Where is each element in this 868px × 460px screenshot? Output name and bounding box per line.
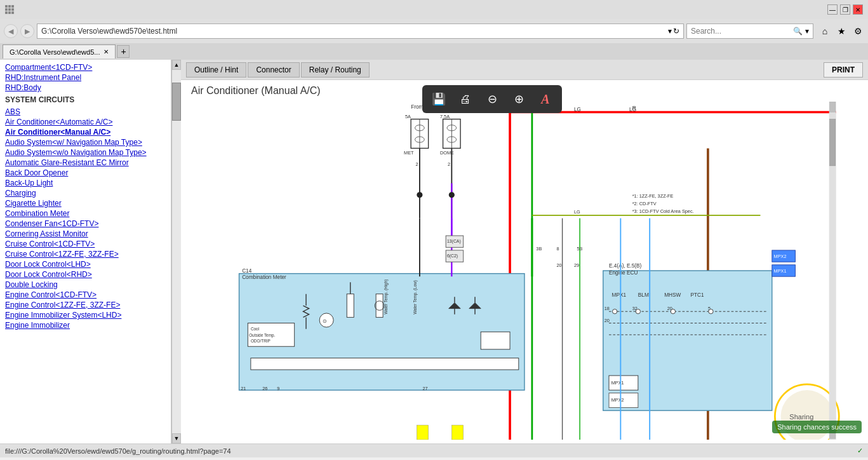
sidebar-link-immobilizer[interactable]: Engine Immobilizer [0,320,171,330]
sidebar-link-compartment[interactable]: Compartment<1CD-FTV> [0,62,171,72]
sidebar-link-combo-meter[interactable]: Combination Meter [0,208,171,219]
print-float-button[interactable]: 🖨 [455,89,476,109]
search-icon: 🔍 [793,27,803,36]
sidebar-link-charging[interactable]: Charging [0,188,171,198]
content-toolbar: Outline / Hint Connector Relay / Routing… [181,60,868,80]
svg-text:Water Temp. (High): Water Temp. (High) [384,280,389,315]
forward-button[interactable]: ▶ [20,24,34,38]
svg-point-73 [636,309,640,314]
connector-tab[interactable]: Connector [248,62,299,78]
sidebar-scrollbar[interactable]: ▲ ▼ [171,60,181,443]
scroll-down-arrow[interactable]: ▼ [172,433,181,443]
svg-text:Engine ECU: Engine ECU [609,270,638,276]
svg-text:*2: CD-FTV: *2: CD-FTV [632,201,657,206]
address-bar[interactable]: G:\Corolla Verso\ewd\ewd570e\test.html ▾… [37,24,684,39]
svg-text:5A: 5A [405,114,411,119]
svg-text:BLM: BLM [638,292,649,298]
svg-text:LG: LG [574,107,581,112]
settings-button[interactable]: ⚙ [851,25,864,37]
svg-text:20: 20 [604,318,610,323]
svg-text:29: 29 [574,262,579,268]
svg-rect-43 [481,332,510,349]
print-button[interactable]: PRINT [824,62,863,78]
svg-rect-33 [376,294,383,318]
sidebar-link-cruise-1cd[interactable]: Cruise Control<1CD-FTV> [0,239,171,249]
sidebar-link-immobilizer-lhd[interactable]: Engine Immobilizer System<LHD> [0,310,171,320]
restore-button[interactable]: ❐ [840,4,850,15]
pdf-float-button[interactable]: A [535,89,556,109]
svg-text:MPX1: MPX1 [774,268,787,274]
tab-bar: G:\Corolla Verso\ewd\ewd5... ✕ + [0,43,868,60]
sidebar: Compartment<1CD-FTV> RHD:Instrument Pane… [0,60,171,443]
dropdown-arrow-icon[interactable]: ▾ [668,27,672,36]
home-button[interactable]: ⌂ [818,25,831,37]
save-float-button[interactable]: 💾 [429,89,449,109]
sidebar-link-auto-glare[interactable]: Automatic Glare-Resistant EC Mirror [0,158,171,168]
sidebar-link-audio-nav[interactable]: Audio System<w/ Navigation Map Type> [0,137,171,147]
svg-text:E.4(A), E.5(B): E.4(A), E.5(B) [609,263,642,269]
svg-rect-31 [347,294,354,318]
svg-text:7.5A: 7.5A [440,114,450,119]
svg-text:3B: 3B [536,246,542,252]
svg-text:*3: 1CD-FTV Cold Area Spec.: *3: 1CD-FTV Cold Area Spec. [632,208,694,214]
sidebar-link-backup-light[interactable]: Back-Up Light [0,178,171,188]
tab-close-button[interactable]: ✕ [103,48,109,55]
content-area: Outline / Hint Connector Relay / Routing… [181,60,868,443]
sidebar-link-doorlock-rhd[interactable]: Door Lock Control<RHD> [0,269,171,280]
tab-label: G:\Corolla Verso\ewd\ewd5... [10,48,100,56]
sidebar-link-condenser[interactable]: Condenser Fan<1CD-FTV> [0,219,171,229]
sidebar-link-ac-manual[interactable]: Air Conditioner<Manual A/C> [0,127,171,137]
svg-text:MPX2: MPX2 [774,254,787,259]
title-bar: — ❐ ✕ [0,0,868,19]
svg-rect-111 [830,102,836,112]
svg-rect-113 [830,119,836,166]
active-tab[interactable]: G:\Corolla Verso\ewd\ewd5... ✕ [3,44,116,58]
svg-point-72 [613,309,617,314]
diagram-container: Air Conditioner (Manual A/C) 💾 🖨 ⊖ ⊕ A F… [181,80,868,443]
window-controls: — ❐ ✕ [827,4,863,15]
svg-point-22 [449,192,455,198]
sidebar-scroll[interactable]: Compartment<1CD-FTV> RHD:Instrument Pane… [0,62,171,441]
diagram-area: From Power Source Sys... LG LG R 5A MET [181,102,868,440]
sidebar-link-rhd-body[interactable]: RHD:Body [0,83,171,93]
search-input[interactable] [691,27,791,36]
sidebar-link-abs[interactable]: ABS [0,107,171,117]
sidebar-panel: Compartment<1CD-FTV> RHD:Instrument Pane… [0,60,181,443]
browser-toolbar-icons: ⌂ ★ ⚙ [818,25,864,37]
sidebar-link-doorlock-lhd[interactable]: Door Lock Control<LHD> [0,259,171,269]
close-button[interactable]: ✕ [853,4,863,15]
svg-text:ODO/TRIP: ODO/TRIP [251,339,270,343]
scroll-thumb[interactable] [172,83,181,121]
minimize-button[interactable]: — [827,4,838,15]
svg-text:Water Temp. (Low): Water Temp. (Low) [413,280,418,315]
sidebar-link-ac-auto[interactable]: Air Conditioner<Automatic A/C> [0,117,171,127]
sidebar-link-cornering[interactable]: Cornering Assist Monitor [0,229,171,239]
sidebar-link-engine-1zz[interactable]: Engine Control<1ZZ-FE, 3ZZ-FE> [0,300,171,310]
zoom-out-float-button[interactable]: ⊖ [482,89,502,109]
svg-text:26: 26 [262,386,267,391]
sidebar-link-engine-1cd[interactable]: Engine Control<1CD-FTV> [0,290,171,300]
back-button[interactable]: ◀ [4,24,18,38]
favorites-button[interactable]: ★ [835,25,848,37]
svg-text:27: 27 [422,386,427,391]
status-bar: file:///G:/Corolla%20Verso/ewd/ewd570e/g… [0,443,868,457]
sidebar-link-rhd-instrument[interactable]: RHD:Instrument Panel [0,72,171,83]
refresh-icon[interactable]: ↻ [673,27,679,36]
svg-text:C14: C14 [242,268,252,274]
sidebar-link-cigarette[interactable]: Cigarette Lighter [0,198,171,208]
scroll-up-arrow[interactable]: ▲ [172,60,181,70]
zoom-in-float-button[interactable]: ⊕ [509,89,529,109]
address-text: G:\Corolla Verso\ewd\ewd570e\test.html [41,27,668,36]
svg-text:Cool: Cool [251,327,259,331]
checkmark-icon: ✓ [857,447,863,455]
search-dropdown-icon[interactable]: ▾ [805,27,809,36]
svg-text:Combination Meter: Combination Meter [242,274,286,280]
outline-hint-tab[interactable]: Outline / Hint [186,62,246,78]
relay-routing-tab[interactable]: Relay / Routing [301,62,370,78]
sidebar-link-audio-no-nav[interactable]: Audio System<w/o Navigation Map Type> [0,147,171,158]
svg-point-75 [709,309,713,314]
sidebar-link-back-door[interactable]: Back Door Opener [0,168,171,178]
sidebar-link-cruise-1zz[interactable]: Cruise Control<1ZZ-FE, 3ZZ-FE> [0,249,171,259]
new-tab-button[interactable]: + [117,45,130,58]
sidebar-link-double-locking[interactable]: Double Locking [0,280,171,290]
